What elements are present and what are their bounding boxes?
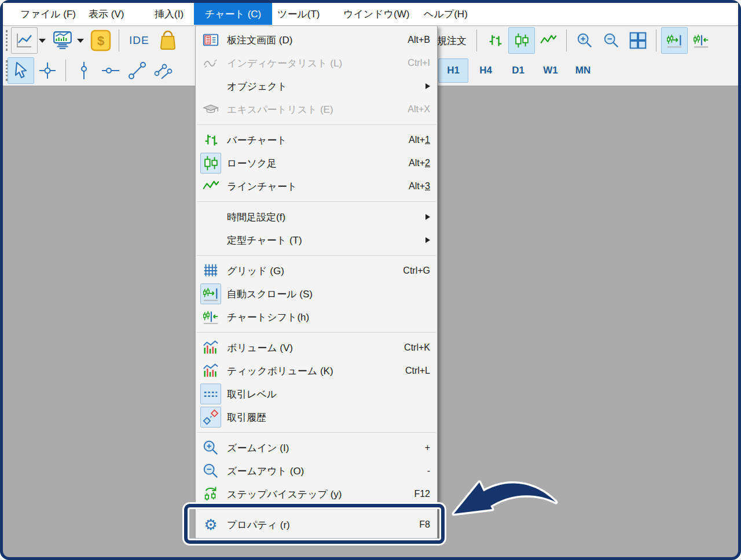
menu-item-trade-history[interactable]: 取引履歴	[196, 406, 437, 429]
trendline-button[interactable]	[124, 57, 151, 84]
menu-item-shortcut: Alt+3	[409, 181, 430, 191]
app-window: ファイル (F)表示 (V)挿入(I)チャート (C)ツール(T)ウインドウ(W…	[0, 0, 741, 560]
menu-item-step-by-step[interactable]: ステップバイステップ (y)F12	[196, 482, 437, 506]
line-chart-button[interactable]	[535, 27, 562, 54]
zoom-out-button[interactable]	[598, 27, 625, 54]
menubar-item-0[interactable]: ファイル (F)	[17, 3, 79, 25]
menu-item-timeframe-settings[interactable]: 時間足設定(f)	[196, 205, 437, 229]
no-icon	[200, 76, 221, 97]
menu-item-dom-panel[interactable]: 板注文画面 (D)Alt+B	[196, 28, 437, 51]
timeframe-button-w1[interactable]: W1	[535, 58, 566, 83]
menu-item-shortcut: +	[425, 443, 430, 453]
menu-separator	[197, 124, 436, 125]
toolbar-divider	[656, 30, 656, 51]
gear-icon: ⚙	[200, 514, 221, 535]
menu-item-trade-levels[interactable]: 取引レベル	[196, 382, 437, 406]
ide-button-label: IDE	[126, 34, 153, 47]
tile-windows-button[interactable]	[625, 27, 651, 54]
timeframe-button-d1[interactable]: D1	[503, 58, 533, 83]
menu-item-shortcut: Alt+B	[408, 35, 430, 45]
timeframe-button-h1[interactable]: H1	[438, 58, 468, 83]
auto-scroll-icon	[200, 283, 221, 304]
menubar-item-3[interactable]: チャート (C)	[194, 3, 272, 25]
expert-list-icon	[200, 99, 221, 120]
volume-icon	[200, 360, 221, 381]
menu-item-label: エキスパートリスト (E)	[227, 103, 402, 116]
candlestick-button[interactable]	[508, 27, 535, 54]
menu-item-shortcut: Ctrl+I	[408, 58, 430, 68]
ide-button[interactable]: IDE	[124, 27, 155, 54]
zoom-in-icon	[200, 437, 221, 458]
menu-item-shortcut: Alt+X	[408, 104, 430, 115]
crosshair-icon	[36, 59, 59, 82]
menu-item-line-chart[interactable]: ラインチャートAlt+3	[196, 175, 437, 198]
menu-item-chart-templates[interactable]: 定型チャート (T)	[196, 229, 437, 252]
bar-chart-button[interactable]	[482, 27, 508, 54]
vertical-line-button[interactable]	[71, 57, 97, 84]
crosshair-button[interactable]	[34, 57, 61, 84]
menu-item-properties[interactable]: ⚙プロパティ (r)F8	[196, 513, 437, 536]
menu-item-bar-chart[interactable]: バーチャートAlt+1	[196, 128, 437, 152]
submenu-arrow-icon	[425, 83, 430, 89]
trade-levels-icon	[200, 384, 221, 404]
menubar-item-5[interactable]: ウインドウ(W)	[340, 3, 413, 25]
dom-icon	[200, 30, 221, 50]
menu-item-label: ローソク足	[227, 157, 403, 170]
menu-item-chart-shift[interactable]: チャートシフト(h)	[196, 305, 437, 329]
svg-text:$: $	[97, 34, 104, 48]
candlestick-icon	[513, 32, 530, 49]
menu-item-zoom-in[interactable]: ズームイン (I)+	[196, 436, 437, 459]
chart-type-button[interactable]	[11, 27, 38, 54]
menubar-item-2[interactable]: 挿入(I)	[151, 3, 187, 25]
deposit-button[interactable]: $	[87, 27, 114, 54]
menubar-item-4[interactable]: ツール(T)	[274, 3, 324, 25]
chart-shift-icon	[200, 307, 221, 327]
menu-item-tick-volume[interactable]: ティックボリューム (K)Ctrl+L	[196, 359, 437, 382]
channel-button[interactable]	[151, 57, 177, 84]
menu-item-volume[interactable]: ボリューム (V)Ctrl+K	[196, 336, 437, 359]
menu-item-expert-list[interactable]: エキスパートリスト (E)Alt+X	[196, 98, 437, 121]
menu-separator	[197, 255, 436, 256]
menu-item-label: インディケータリスト (L)	[227, 57, 402, 70]
menu-item-label: ステップバイステップ (y)	[227, 488, 408, 501]
menu-separator	[197, 509, 436, 510]
hline-icon	[99, 59, 122, 82]
menu-item-auto-scroll[interactable]: 自動スクロール (S)	[196, 282, 437, 305]
channel-icon	[152, 59, 175, 82]
profile-button[interactable]	[49, 27, 76, 54]
chevron-down-icon[interactable]	[39, 39, 46, 43]
menu-item-shortcut: -	[427, 466, 430, 476]
toolbar-divider	[566, 30, 567, 51]
menu-item-label: 取引履歴	[227, 411, 430, 424]
chart-shift-button[interactable]	[688, 27, 714, 54]
menu-item-label: チャートシフト(h)	[227, 311, 430, 324]
menu-item-grid[interactable]: グリッド (G)Ctrl+G	[196, 259, 437, 282]
menubar: ファイル (F)表示 (V)挿入(I)チャート (C)ツール(T)ウインドウ(W…	[3, 3, 738, 26]
menu-item-shortcut: Alt+1	[409, 135, 430, 145]
menu-item-candlestick[interactable]: ローソク足Alt+2	[196, 152, 437, 175]
timeframe-button-mn[interactable]: MN	[568, 58, 598, 83]
toolbar-grip[interactable]	[6, 30, 8, 51]
toolbar-divider	[476, 30, 477, 51]
chevron-down-icon[interactable]	[77, 39, 84, 43]
trade-history-icon	[200, 407, 221, 428]
menu-separator	[197, 201, 436, 202]
dollar-icon: $	[90, 29, 111, 52]
cursor-icon	[9, 59, 32, 82]
timeframe-button-h4[interactable]: H4	[471, 58, 501, 83]
menu-separator	[197, 332, 436, 333]
market-button[interactable]	[155, 27, 181, 54]
menu-item-indicator-list[interactable]: インディケータリスト (L)Ctrl+I	[196, 51, 437, 75]
menu-item-objects[interactable]: オブジェクト	[196, 75, 437, 98]
menubar-item-6[interactable]: ヘルプ(H)	[420, 3, 471, 25]
cursor-button[interactable]	[8, 57, 34, 84]
auto-scroll-button[interactable]	[661, 27, 688, 54]
horizontal-line-button[interactable]	[97, 57, 124, 84]
chart-shift-icon	[692, 32, 710, 49]
menu-item-shortcut: Ctrl+G	[403, 266, 430, 276]
menubar-item-1[interactable]: 表示 (V)	[85, 3, 127, 25]
zoom-in-button[interactable]	[571, 27, 598, 54]
line-chart-icon	[540, 32, 557, 49]
menu-item-shortcut: F8	[419, 520, 430, 530]
menu-item-zoom-out[interactable]: ズームアウト (O)-	[196, 459, 437, 482]
